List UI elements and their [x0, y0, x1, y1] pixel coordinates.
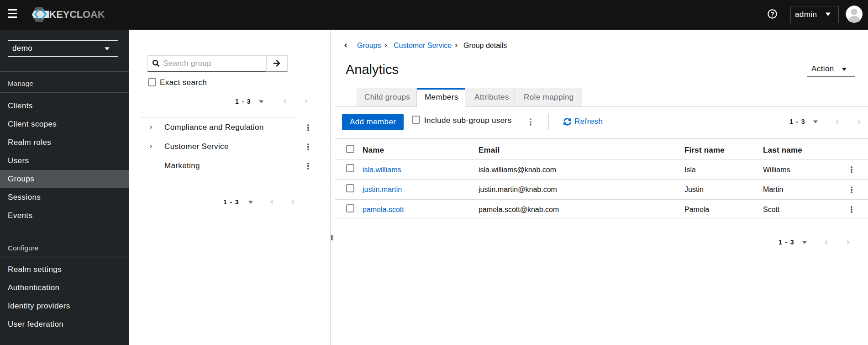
- svg-text:?: ?: [770, 11, 774, 18]
- svg-text:KEYCLOAK: KEYCLOAK: [49, 9, 105, 20]
